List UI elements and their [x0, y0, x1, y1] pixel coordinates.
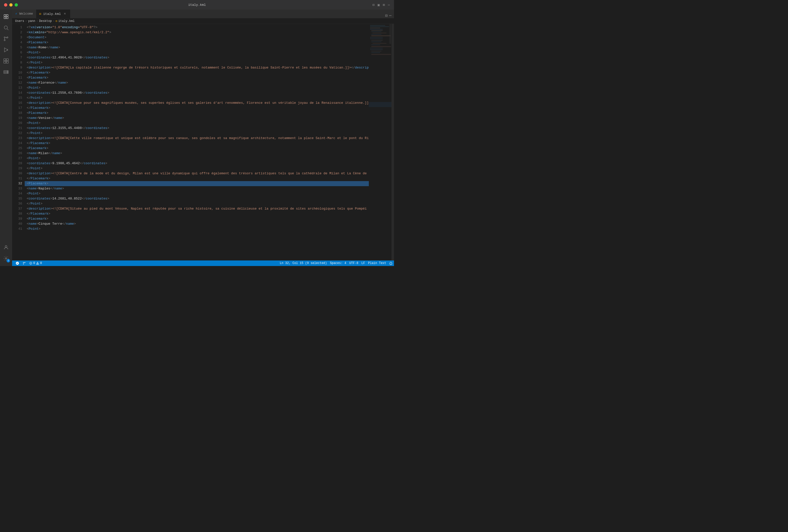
- svg-rect-27: [373, 33, 387, 33]
- code-line-23: <description><![CDATA[Cette ville romant…: [25, 136, 369, 141]
- code-line-12: <name>Florence</name>: [25, 80, 369, 85]
- svg-point-17: [7, 71, 8, 72]
- svg-rect-13: [4, 61, 6, 63]
- git-branch[interactable]: [21, 260, 27, 266]
- svg-line-5: [7, 29, 8, 30]
- code-line-38: </Placemark>: [25, 211, 369, 216]
- code-line-7: <coordinates>12.4964,41.9028</coordinate…: [25, 55, 369, 60]
- error-count[interactable]: 0 0: [28, 260, 43, 266]
- breadcrumb-file[interactable]: ⊟ italy.kml: [56, 19, 75, 23]
- language-mode[interactable]: Plain Text: [367, 260, 388, 266]
- svg-rect-33: [371, 42, 381, 42]
- code-line-33: <name>Naples</name>: [25, 186, 369, 191]
- svg-rect-34: [373, 43, 387, 44]
- svg-rect-12: [6, 59, 8, 61]
- code-line-15: </Point>: [25, 96, 369, 100]
- code-line-6: <Point>: [25, 50, 369, 55]
- svg-rect-25: [371, 30, 383, 31]
- encoding[interactable]: UTF-8: [348, 260, 360, 266]
- svg-point-45: [25, 262, 25, 263]
- svg-rect-29: [371, 35, 391, 36]
- svg-point-8: [7, 37, 8, 38]
- editor[interactable]: 1 2 3 4 5 6 7 8 9 10 11 12 13 14 15 16 1…: [12, 24, 394, 260]
- svg-rect-37: [370, 48, 383, 48]
- tab-welcome-label: Welcome: [19, 12, 33, 16]
- code-content[interactable]: <?xml version="1.0" encoding="UTF-8"?> <…: [25, 24, 369, 260]
- code-line-27: <Point>: [25, 156, 369, 161]
- tab-close-button[interactable]: ×: [63, 12, 67, 16]
- minimize-button[interactable]: [9, 3, 13, 6]
- breadcrumb-desktop[interactable]: Desktop: [39, 19, 52, 23]
- close-button[interactable]: [4, 3, 7, 6]
- window-title: italy.kml: [188, 3, 206, 7]
- svg-marker-9: [4, 48, 8, 52]
- svg-point-46: [23, 264, 24, 264]
- breadcrumb-yann[interactable]: yann: [28, 19, 35, 23]
- svg-rect-32: [371, 40, 383, 41]
- svg-rect-36: [371, 46, 391, 47]
- code-line-35: <coordinates>14.2681,40.8522</coordinate…: [25, 196, 369, 201]
- status-bar-right: Ln 32, Col 15 (9 selected) Spaces: 4 UTF…: [278, 260, 394, 266]
- activity-bar: 1: [0, 9, 12, 266]
- remote-indicator[interactable]: [14, 260, 21, 266]
- tab-welcome[interactable]: ⚡ Welcome: [12, 9, 36, 18]
- activity-bar-item-extensions[interactable]: [1, 56, 11, 66]
- activity-bar-item-source-control[interactable]: [1, 34, 11, 44]
- code-line-25: <Placemark>: [25, 146, 369, 151]
- breadcrumb: Users › yann › Desktop › ⊟ italy.kml: [12, 18, 394, 24]
- activity-bar-item-search[interactable]: [1, 23, 11, 33]
- code-line-16: <description><![CDATA[Connue pour ses ma…: [25, 100, 369, 105]
- line-numbers: 1 2 3 4 5 6 7 8 9 10 11 12 13 14 15 16 1…: [12, 24, 25, 260]
- maximize-button[interactable]: [15, 3, 18, 6]
- more-actions-button[interactable]: ⋯: [389, 13, 392, 18]
- tab-italy-kml[interactable]: ⊟ italy.kml ×: [36, 9, 70, 18]
- activity-bar-item-run[interactable]: [1, 45, 11, 55]
- svg-rect-38: [370, 50, 383, 50]
- code-line-10: </Placemark>: [25, 70, 369, 75]
- xml-file-icon: ⊟: [39, 12, 41, 16]
- settings-badge: 1: [6, 259, 10, 262]
- activity-bar-item-account[interactable]: [1, 242, 11, 252]
- status-bar: 0 0 Ln 32, Col 15 (9 selected) Spaces: 4…: [12, 260, 394, 266]
- code-line-22: </Point>: [25, 131, 369, 136]
- tab-bar: ⚡ Welcome ⊟ italy.kml × ⊟ ⋯: [12, 9, 394, 18]
- code-line-29: </Point>: [25, 166, 369, 171]
- svg-rect-23: [370, 28, 380, 28]
- activity-bar-item-settings[interactable]: 1: [1, 253, 11, 263]
- code-line-1: <?xml version="1.0" encoding="UTF-8"?>: [25, 25, 369, 30]
- svg-rect-31: [370, 39, 383, 39]
- svg-rect-35: [371, 44, 380, 45]
- code-line-40: <name>Cinque Terre</name>: [25, 221, 369, 226]
- line-ending[interactable]: LF: [360, 260, 367, 266]
- code-line-4: <Placemark>: [25, 40, 369, 45]
- svg-point-6: [4, 37, 5, 38]
- title-bar: italy.kml ⊟ ▣ ⊞ ⋯: [0, 0, 394, 9]
- code-line-3: <Document>: [25, 35, 369, 40]
- cursor-position[interactable]: Ln 32, Col 15 (9 selected): [278, 260, 329, 266]
- svg-rect-24: [370, 29, 383, 29]
- indentation[interactable]: Spaces: 4: [329, 260, 348, 266]
- code-line-31: </Placemark>: [25, 176, 369, 181]
- more-icon[interactable]: ⋯: [388, 3, 390, 7]
- split-editor-button[interactable]: ⊟: [385, 13, 388, 18]
- code-line-18: <Placemark>: [25, 111, 369, 116]
- code-line-2: <kml xmlns="http://www.opengis.net/kml/2…: [25, 30, 369, 35]
- editor-area: ⚡ Welcome ⊟ italy.kml × ⊟ ⋯ Users › yann…: [12, 9, 394, 266]
- activity-bar-item-explorer[interactable]: [1, 12, 11, 22]
- customize-layout-icon[interactable]: ⊞: [383, 3, 385, 7]
- layout-icon[interactable]: ▣: [378, 3, 380, 7]
- scrollbar[interactable]: [392, 24, 394, 260]
- code-line-41: <Point>: [25, 226, 369, 232]
- svg-point-44: [23, 262, 24, 263]
- notifications-bell[interactable]: [388, 260, 394, 266]
- breadcrumb-users[interactable]: Users: [15, 19, 24, 23]
- svg-rect-3: [6, 17, 8, 19]
- svg-rect-14: [6, 61, 8, 63]
- warning-count-value: 0: [40, 261, 42, 265]
- code-line-24: </Placemark>: [25, 141, 369, 146]
- svg-rect-21: [370, 25, 385, 26]
- split-editor-icon[interactable]: ⊟: [372, 3, 374, 7]
- code-line-37: <description><![CDATA[Située au pied du …: [25, 206, 369, 211]
- svg-rect-30: [370, 37, 383, 38]
- activity-bar-item-remote[interactable]: [1, 67, 11, 77]
